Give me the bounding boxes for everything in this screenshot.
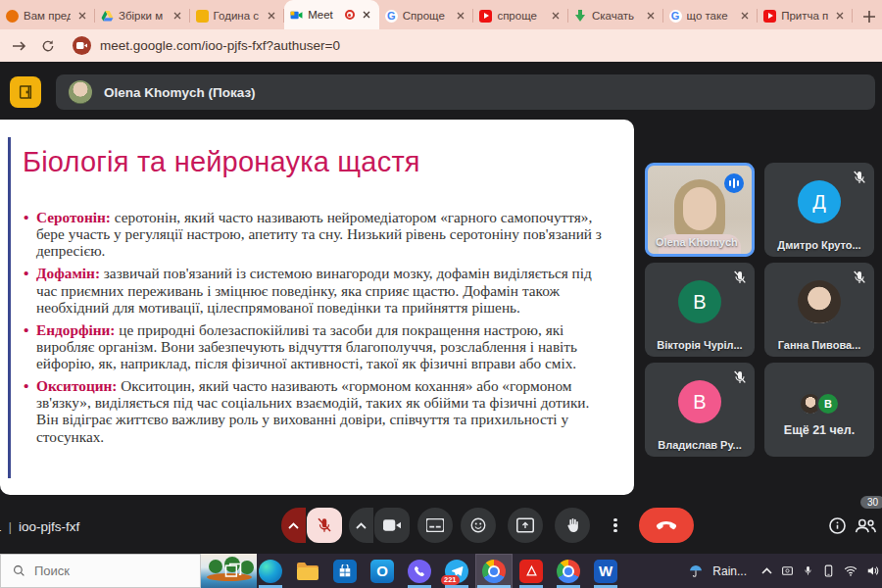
overflow-avatars: В [799,392,840,416]
participant-tile-more[interactable]: В Ещё 21 чел. [764,363,874,457]
tab-9[interactable]: Притча п [758,2,853,29]
download-icon [574,10,587,23]
snip-tray-icon[interactable] [781,564,794,577]
participant-tile-viktoria[interactable]: В Вікторія Чуріл... [645,263,755,357]
chrome-app-active[interactable] [475,554,513,588]
end-call-button[interactable] [639,508,694,543]
close-icon[interactable] [738,9,752,23]
meeting-details-icon[interactable] [823,508,851,543]
bullet-serotonin: Серотонін: серотонін, який часто називаю… [24,209,604,259]
tray-expand-chevron[interactable] [761,567,772,574]
search-icon [13,564,25,577]
bullet-dopamine: Дофамін: зазвичай пов'язаний із системою… [24,265,604,315]
weather-umbrella-icon[interactable] [688,564,704,579]
windows-search[interactable] [0,554,201,588]
close-icon[interactable] [454,9,467,23]
close-icon[interactable] [360,8,373,22]
youtube-icon [479,10,492,23]
google-favicon: G [669,10,682,23]
avatar: Д [798,180,841,223]
tab-label: що таке [687,10,734,22]
present-screen-button[interactable] [508,508,543,543]
more-participants-label: Ещё 21 чел. [764,423,874,437]
avatar: В [678,380,721,423]
outlook-app[interactable]: O [364,554,401,588]
mic-options-chevron[interactable] [281,508,306,543]
participant-tile-vladyslav[interactable]: В Владислав Ру... [645,363,755,457]
participant-name: Дмитро Круто... [764,239,874,251]
participant-tile-hanna[interactable]: Ганна Пивова... [764,263,874,357]
tab-5[interactable]: G Спроще [379,2,474,29]
captions-button[interactable] [417,508,453,543]
windows-taskbar: O 221 W Rain... [0,554,882,588]
taskbar-apps: O 221 W [215,554,624,588]
task-view-button[interactable] [215,554,252,588]
avatar: В [816,392,840,416]
close-icon[interactable] [171,9,184,23]
google-favicon: G [385,10,398,23]
phone-tray-icon[interactable] [822,564,835,577]
url-text[interactable]: meet.google.com/ioo-pjfs-fxf?authuser=0 [100,38,340,53]
presenter-banner[interactable]: Olena Khomych (Показ) [56,74,875,110]
microsoft-store-app[interactable] [326,554,364,588]
raise-hand-button[interactable] [555,508,590,543]
close-icon[interactable] [549,9,563,23]
tab-1[interactable]: Вам пред [0,2,95,29]
close-icon[interactable] [265,9,278,23]
new-tab-button[interactable] [857,4,882,29]
wifi-tray-icon[interactable] [844,565,858,576]
edge-app[interactable] [252,554,289,588]
word-app[interactable]: W [587,554,624,588]
recording-indicator-icon [345,10,355,20]
avatar: В [678,280,721,323]
tab-8[interactable]: G що таке [663,2,759,29]
mic-muted-icon [852,270,867,285]
weather-label[interactable]: Rain... [712,564,747,578]
volume-tray-icon[interactable] [866,564,880,577]
mic-toggle-button[interactable] [307,508,342,543]
tab-6[interactable]: спроще [473,2,568,29]
browser-tab-bar: Вам пред Збірки м Година с Meet G Спроще… [0,0,882,29]
tab-label: Скачать [592,10,639,22]
meet-window: Olena Khomych (Показ) Біологія та нейрон… [0,62,882,554]
viber-app[interactable] [401,554,438,588]
tab-label: Година с [214,10,261,22]
participant-count-badge: 30 [860,496,882,509]
tab-2[interactable]: Збірки м [95,2,190,29]
telegram-app[interactable]: 221 [438,554,475,588]
slide-accent-line [8,137,11,478]
bullet-endorphins: Ендорфіни: це природні болезаспокійливі … [24,321,604,371]
chrome-app-2[interactable] [550,554,587,588]
forward-button[interactable] [8,35,29,57]
close-icon[interactable] [75,9,89,23]
tab-meet-active[interactable]: Meet [284,0,379,29]
mic-muted-icon [732,369,748,385]
shared-presentation-slide: Біологія та нейронаука щастя Серотонін: … [0,120,634,495]
participant-tile-dmytro[interactable]: Д Дмитро Круто... [764,163,874,257]
camera-toggle-button[interactable] [374,508,410,543]
mic-tray-icon[interactable] [803,564,813,577]
bullet-oxytocin: Окситоцин: Окситоцин, який часто називаю… [24,377,604,445]
screen: Вам пред Збірки м Година с Meet G Спроще… [0,0,882,588]
participant-name: Вікторія Чуріл... [645,339,755,351]
camera-options-chevron[interactable] [349,508,373,543]
system-tray: Rain... [688,554,882,588]
participant-name: Olena Khomych [656,236,738,248]
reload-button[interactable] [37,35,59,57]
acrobat-app[interactable] [513,554,550,588]
browser-address-bar: meet.google.com/ioo-pjfs-fxf?authuser=0 [0,29,882,62]
leave-room-button[interactable] [10,76,41,108]
tab-3[interactable]: Година с [190,2,285,29]
search-input[interactable] [34,564,162,578]
camera-in-use-icon[interactable] [73,36,91,55]
meeting-code: 1|ioo-pjfs-fxf [0,519,79,534]
reactions-button[interactable] [461,508,496,543]
close-icon[interactable] [833,9,847,23]
participant-tile-olena[interactable]: Olena Khomych [645,163,755,257]
participants-panel-icon[interactable] [851,508,880,543]
more-options-button[interactable] [602,508,629,543]
close-icon[interactable] [644,9,658,23]
tab-label: Вам пред [24,10,71,22]
file-explorer-app[interactable] [289,554,326,588]
tab-7[interactable]: Скачать [568,2,663,29]
